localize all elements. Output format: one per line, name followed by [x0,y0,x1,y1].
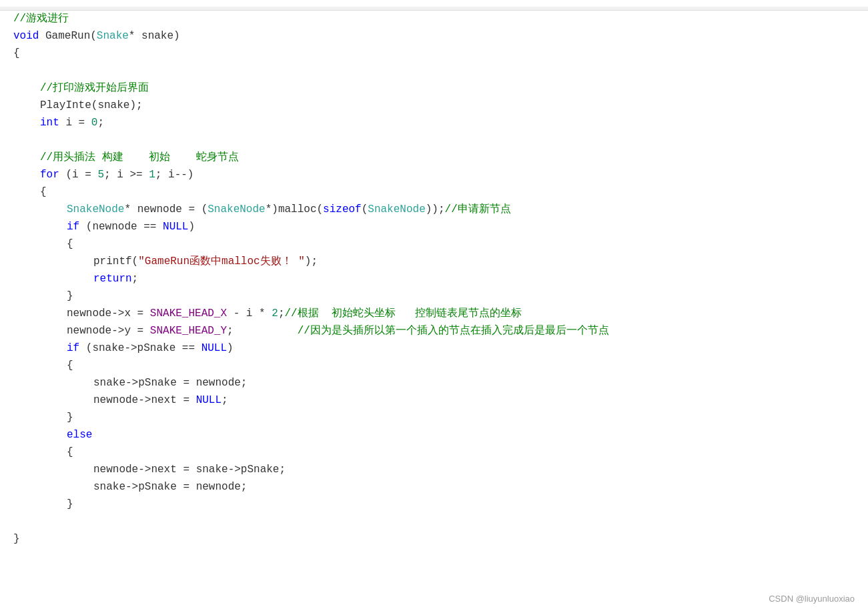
type-name: SnakeNode [67,201,124,219]
code-line: void GameRun( Snake * snake) [13,28,855,45]
code-text: PlayInte(snake); [40,97,143,115]
watermark: CSDN @liuyunluoxiao [769,592,855,606]
brace: { [13,45,20,63]
number: 2 [272,305,278,323]
code-line: { [13,444,855,462]
code-text: (newnode == [79,219,163,236]
code-text: ) [227,340,234,358]
keyword: NULL [201,340,227,358]
macro: SNAKE_HEAD_Y [150,323,227,340]
code-text: newnode->next = [93,392,196,410]
code-text: ; [222,392,228,410]
code-text: - i * [227,305,272,323]
code-text: ( [362,201,368,219]
code-line: } [13,496,855,514]
code-line: //游戏进行 [13,11,855,28]
keyword: for [40,167,59,184]
code-line: if (newnode == NULL ) [13,219,855,236]
code-line: for (i = 5 ; i >= 1 ; i--) [13,167,855,184]
code-line: snake->pSnake = newnode; [13,375,855,392]
code-block: //游戏进行 void GameRun( Snake * snake) { //… [0,11,868,548]
comment: //打印游戏开始后界面 [40,80,149,97]
brace: } [67,288,73,305]
keyword: sizeof [323,201,362,219]
keyword: if [67,340,79,358]
code-text: newnode->x = [67,305,150,323]
code-line: { [13,358,855,375]
type-name: Snake [97,28,129,45]
code-line: snake->pSnake = newnode; [13,479,855,496]
keyword: int [40,115,59,132]
number: 1 [149,167,155,184]
code-line: return ; [13,271,855,288]
string: "GameRun函数中malloc失败！ " [138,253,305,271]
code-text: ) [188,219,195,236]
code-text: snake->pSnake = newnode; [93,479,247,496]
keyword: if [67,219,79,236]
code-line: { [13,184,855,201]
code-line: int i = 0 ; [13,115,855,132]
brace: } [13,531,20,548]
code-text: (snake->pSnake == [79,340,201,358]
code-line: newnode->x = SNAKE_HEAD_X - i * 2 ; //根据… [13,305,855,323]
function-name: GameRun( [45,28,97,45]
code-line: newnode->y = SNAKE_HEAD_Y ; //因为是头插所以第一个… [13,323,855,340]
number: 0 [91,115,98,132]
code-text: snake->pSnake = newnode; [93,375,247,392]
code-line: } [13,410,855,427]
code-text: * newnode = ( [124,201,207,219]
brace: { [67,236,73,253]
keyword: else [67,427,92,444]
code-text: ; [132,271,139,288]
code-line [13,63,855,80]
number: 5 [97,167,104,184]
code-text: ); [305,253,318,271]
code-line: newnode->next = snake->pSnake; [13,462,855,479]
code-line: { [13,45,855,63]
code-line: SnakeNode * newnode = ( SnakeNode *)mall… [13,201,855,219]
brace: } [67,496,73,514]
code-text: ; [97,115,104,132]
code-text: printf( [93,253,138,271]
comment: //申请新节点 [445,201,511,219]
brace: { [67,358,73,375]
code-line: else [13,427,855,444]
code-line: PlayInte(snake); [13,97,855,115]
code-line: newnode->next = NULL ; [13,392,855,410]
code-text: ; i--) [155,167,194,184]
code-line: if (snake->pSnake == NULL ) [13,340,855,358]
macro: SNAKE_HEAD_X [150,305,227,323]
code-line: //打印游戏开始后界面 [13,80,855,97]
keyword: NULL [163,219,188,236]
code-text: i = [59,115,91,132]
keyword: void [13,28,39,45]
brace: } [67,410,73,427]
type-name: SnakeNode [368,201,425,219]
code-line: } [13,288,855,305]
code-text: (i = [59,167,98,184]
code-line: } [13,531,855,548]
code-container: //游戏进行 void GameRun( Snake * snake) { //… [0,0,868,613]
code-text: ; [227,323,298,340]
keyword: return [93,271,132,288]
code-line: printf( "GameRun函数中malloc失败！ " ); [13,253,855,271]
code-text: * snake) [129,28,180,45]
code-line [13,514,855,531]
code-text: newnode->next = snake->pSnake; [93,462,286,479]
code-line [13,132,855,149]
code-text: ; i >= [104,167,149,184]
comment: //根据 初始蛇头坐标 控制链表尾节点的坐标 [284,305,521,323]
code-text: )); [426,201,445,219]
type-name: SnakeNode [207,201,265,219]
comment: //游戏进行 [13,11,69,28]
brace: { [40,184,47,201]
comment: //用头插法 构建 初始 蛇身节点 [40,149,239,167]
code-text: newnode->y = [67,323,150,340]
code-text [39,28,45,45]
keyword: NULL [196,392,222,410]
code-line: { [13,236,855,253]
code-line: //用头插法 构建 初始 蛇身节点 [13,149,855,167]
code-text: *)malloc( [266,201,323,219]
brace: { [67,444,73,462]
comment: //因为是头插所以第一个插入的节点在插入完成后是最后一个节点 [298,323,609,340]
